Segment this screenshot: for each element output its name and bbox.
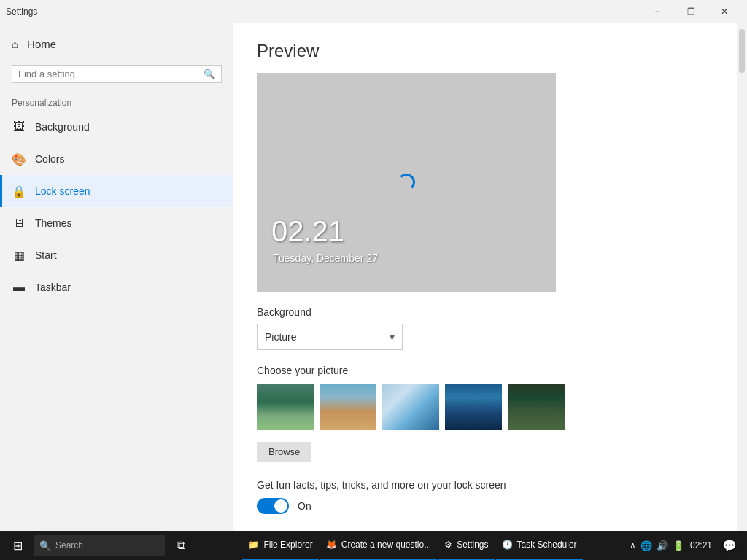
sidebar-home[interactable]: ⌂ Home bbox=[0, 29, 233, 59]
taskbar-icon-nav: ▬ bbox=[12, 280, 26, 295]
taskbar-app-settings[interactable]: ⚙ Settings bbox=[438, 531, 494, 560]
thumbnail-4[interactable] bbox=[445, 384, 502, 430]
taskbar: ⊞ 🔍 Search ⧉ 📁 File Explorer 🦊 Create a … bbox=[0, 531, 747, 560]
colors-icon: 🎨 bbox=[12, 152, 26, 166]
firefox-label: Create a new questio... bbox=[341, 540, 431, 550]
settings-title-text: Settings bbox=[6, 7, 37, 17]
fun-facts-toggle[interactable] bbox=[257, 498, 289, 514]
sidebar-item-lock-screen[interactable]: 🔒 Lock screen bbox=[0, 175, 233, 207]
start-icon: ▦ bbox=[12, 248, 26, 262]
sidebar: ⌂ Home 🔍 Personalization 🖼 Background 🎨 … bbox=[0, 23, 233, 531]
task-view-button[interactable]: ⧉ bbox=[166, 531, 196, 560]
preview-date: Tuesday, December 27 bbox=[273, 252, 378, 264]
firefox-icon: 🦊 bbox=[326, 540, 337, 550]
lock-screen-icon: 🔒 bbox=[12, 184, 26, 198]
task-scheduler-icon: 🕐 bbox=[502, 540, 513, 550]
sidebar-item-background[interactable]: 🖼 Background bbox=[0, 111, 233, 143]
volume-icon: 🔊 bbox=[657, 540, 668, 551]
battery-icon: 🔋 bbox=[673, 540, 684, 551]
task-scheduler-label: Task Scheduler bbox=[517, 540, 577, 550]
sys-tray: ∧ 🌐 🔊 🔋 bbox=[630, 540, 684, 551]
fun-facts-label: Get fun facts, tips, tricks, and more on… bbox=[257, 479, 534, 491]
background-selected: Picture bbox=[265, 331, 297, 343]
sidebar-item-colors[interactable]: 🎨 Colors bbox=[0, 143, 233, 175]
background-section-title: Background bbox=[257, 306, 713, 318]
taskbar-app-firefox[interactable]: 🦊 Create a new questio... bbox=[320, 531, 437, 560]
taskbar-time[interactable]: 02:21 bbox=[690, 540, 712, 551]
thumbnail-5[interactable] bbox=[508, 384, 565, 430]
taskbar-right: ∧ 🌐 🔊 🔋 02:21 💬 bbox=[630, 531, 744, 560]
choose-picture-title: Choose your picture bbox=[257, 365, 713, 376]
settings-app-label: Settings bbox=[457, 540, 488, 550]
sidebar-item-start[interactable]: ▦ Start bbox=[0, 239, 233, 271]
thumbnail-1[interactable] bbox=[257, 384, 314, 430]
scrollbar-thumb[interactable] bbox=[739, 29, 745, 73]
minimize-button[interactable]: − bbox=[640, 0, 674, 23]
taskbar-apps: 📁 File Explorer 🦊 Create a new questio..… bbox=[242, 531, 582, 560]
dropdown-arrow-icon: ▾ bbox=[390, 331, 395, 343]
lock-screen-label: Lock screen bbox=[35, 185, 90, 197]
taskbar-search-text: Search bbox=[55, 540, 83, 551]
app-body: ⌂ Home 🔍 Personalization 🖼 Background 🎨 … bbox=[0, 23, 747, 531]
background-label: Background bbox=[35, 121, 90, 133]
network-icon: 🌐 bbox=[640, 540, 652, 551]
search-icon: 🔍 bbox=[204, 69, 215, 79]
home-icon: ⌂ bbox=[12, 38, 18, 50]
taskbar-search[interactable]: 🔍 Search bbox=[34, 535, 165, 556]
preview-title: Preview bbox=[257, 41, 713, 61]
browse-button[interactable]: Browse bbox=[257, 442, 311, 462]
taskbar-label: Taskbar bbox=[35, 281, 71, 293]
start-button-icon: ⊞ bbox=[13, 539, 23, 553]
toggle-state-label: On bbox=[298, 500, 311, 512]
title-bar-left: Settings bbox=[6, 7, 37, 17]
title-bar: Settings − ❐ ✕ bbox=[0, 0, 747, 23]
preview-area: 02.21 Tuesday, December 27 bbox=[257, 73, 556, 292]
home-label: Home bbox=[27, 38, 56, 50]
file-explorer-icon: 📁 bbox=[248, 540, 259, 550]
toggle-knob bbox=[274, 499, 287, 513]
notification-button[interactable]: 💬 bbox=[718, 531, 741, 560]
taskbar-app-file-explorer[interactable]: 📁 File Explorer bbox=[242, 531, 318, 560]
sidebar-item-taskbar[interactable]: ▬ Taskbar bbox=[0, 271, 233, 303]
taskbar-app-task-scheduler[interactable]: 🕐 Task Scheduler bbox=[496, 531, 583, 560]
task-view-icon: ⧉ bbox=[177, 539, 185, 552]
restore-button[interactable]: ❐ bbox=[674, 0, 708, 23]
thumbnails-row bbox=[257, 384, 713, 430]
file-explorer-label: File Explorer bbox=[263, 540, 312, 550]
sidebar-item-themes[interactable]: 🖥 Themes bbox=[0, 207, 233, 239]
settings-app-icon: ⚙ bbox=[444, 540, 452, 550]
toggle-row: On bbox=[257, 498, 713, 514]
start-button[interactable]: ⊞ bbox=[3, 531, 32, 560]
search-input[interactable] bbox=[18, 69, 199, 79]
section-label: Personalization bbox=[0, 89, 233, 111]
loading-spinner bbox=[398, 174, 415, 191]
thumbnail-2[interactable] bbox=[320, 384, 376, 430]
scrollbar-track[interactable] bbox=[737, 23, 747, 531]
thumbnail-3[interactable] bbox=[382, 384, 439, 430]
search-box[interactable]: 🔍 bbox=[12, 65, 222, 83]
start-label: Start bbox=[35, 249, 57, 261]
sys-tray-chevron[interactable]: ∧ bbox=[630, 540, 636, 551]
background-dropdown[interactable]: Picture ▾ bbox=[257, 324, 403, 350]
colors-label: Colors bbox=[35, 153, 64, 165]
themes-icon: 🖥 bbox=[12, 216, 26, 230]
background-icon: 🖼 bbox=[12, 120, 26, 134]
preview-time: 02.21 bbox=[271, 215, 344, 248]
taskbar-left: ⊞ 🔍 Search ⧉ bbox=[3, 531, 196, 560]
main-panel: Preview 02.21 Tuesday, December 27 Backg… bbox=[233, 23, 737, 531]
themes-label: Themes bbox=[35, 217, 72, 229]
close-button[interactable]: ✕ bbox=[708, 0, 741, 23]
title-bar-controls: − ❐ ✕ bbox=[640, 0, 741, 23]
taskbar-search-icon: 🔍 bbox=[39, 540, 51, 551]
